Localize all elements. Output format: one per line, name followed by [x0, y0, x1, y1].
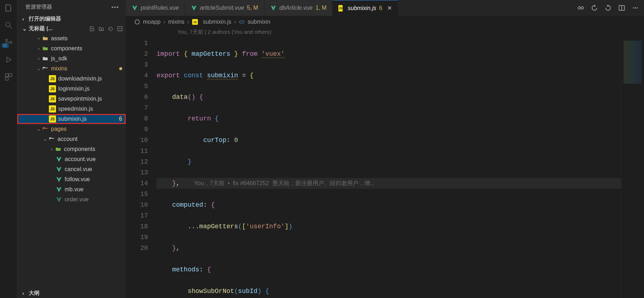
close-icon[interactable]: ✕ — [387, 5, 392, 12]
modified-dot-icon — [119, 67, 122, 70]
svg-point-11 — [581, 7, 584, 9]
circle-icon — [134, 19, 140, 25]
js-icon: JS — [338, 5, 343, 12]
folder-icon — [42, 55, 48, 62]
svg-rect-7 — [9, 74, 12, 77]
js-icon: JS — [49, 115, 56, 123]
tree-label: follow.vue — [65, 176, 122, 183]
svg-point-2 — [5, 39, 8, 41]
file-savepointmixin[interactable]: JS savepointmixin.js — [17, 94, 126, 104]
file-account-vue[interactable]: account.vue — [17, 154, 126, 164]
svg-rect-8 — [5, 77, 8, 80]
file-loginmixin[interactable]: JS loginmixin.js — [17, 84, 126, 94]
symbol-icon — [239, 19, 245, 25]
file-submixin[interactable]: JS submixin.js 6 — [17, 114, 126, 124]
vue-icon — [270, 5, 277, 11]
gitlens-inline-blame: You，7天前 • fix #64667252 墨天轮，新注册用户、回归老用户，… — [194, 180, 375, 186]
js-icon: JS — [49, 105, 56, 113]
vue-icon — [131, 5, 138, 11]
sidebar-more-icon[interactable]: ••• — [111, 4, 119, 10]
vue-icon — [56, 166, 62, 173]
folder-assets[interactable]: › assets — [17, 33, 126, 43]
collapse-icon[interactable] — [117, 26, 123, 32]
refresh-icon[interactable] — [108, 26, 113, 32]
folder-components[interactable]: › components — [17, 43, 126, 54]
file-downloadmixin[interactable]: JS downloadmixin.js — [17, 74, 126, 84]
tree-label: account.vue — [65, 156, 122, 162]
folder-js-sdk[interactable]: › js_sdk — [17, 54, 126, 64]
file-cancel-vue[interactable]: cancel.vue — [17, 164, 126, 174]
folder-open-icon — [48, 136, 55, 142]
tree-label: assets — [51, 35, 122, 42]
tab-label: articleSubmit.vue — [200, 5, 244, 11]
tab-articlesubmit[interactable]: articleSubmit.vue 5, M — [185, 0, 264, 16]
tree-label: mb.vue — [65, 186, 122, 193]
open-editors-section[interactable]: › 打开的编辑器 — [17, 14, 126, 24]
breadcrumb-item[interactable]: submixin.js — [203, 19, 231, 25]
folder-account-components[interactable]: › components — [17, 144, 126, 154]
svg-point-17 — [135, 20, 139, 24]
new-file-icon[interactable] — [89, 26, 95, 32]
svg-point-14 — [633, 8, 634, 9]
breadcrumbs[interactable]: moapp › mixins › JS submixin.js › submix… — [126, 16, 644, 28]
file-mb-vue[interactable]: mb.vue — [17, 184, 126, 194]
folder-icon — [55, 146, 61, 152]
file-order-vue[interactable]: order.vue — [17, 194, 126, 205]
tree-label: js_sdk — [51, 55, 122, 62]
debug-icon[interactable] — [4, 55, 13, 64]
activity-bar: 31 — [0, 0, 17, 298]
chevron-right-icon: › — [36, 46, 42, 51]
file-follow-vue[interactable]: follow.vue — [17, 174, 126, 184]
line-gutter: 1234567891011121314151617181920 — [126, 38, 157, 298]
tree-label: savepointmixin.js — [58, 96, 122, 102]
tab-pointrules[interactable]: pointRules.vue — [126, 0, 185, 16]
folder-account[interactable]: ⌄ account — [17, 134, 126, 144]
folder-pages[interactable]: ⌄ pages — [17, 124, 126, 134]
source-control-icon[interactable]: 31 — [4, 38, 13, 47]
folder-icon — [42, 45, 48, 52]
minimap[interactable] — [621, 38, 644, 298]
tab-label: submixin.js — [348, 5, 376, 12]
workspace-actions — [89, 26, 123, 32]
breadcrumb-item[interactable]: moapp — [143, 19, 161, 25]
sidebar-header: 资源管理器 ••• — [17, 0, 126, 14]
chevron-down-icon: ⌄ — [42, 137, 48, 142]
file-speedmixin[interactable]: JS speedmixin.js — [17, 104, 126, 114]
outline-section[interactable]: › 大纲 — [17, 288, 126, 298]
tab-bar: pointRules.vue articleSubmit.vue 5, M db… — [126, 0, 644, 16]
tab-label: pointRules.vue — [141, 5, 179, 11]
svg-rect-18 — [240, 21, 244, 23]
more-icon[interactable] — [632, 4, 639, 12]
tab-submixin[interactable]: JS submixin.js 6 ✕ — [333, 0, 398, 16]
code-editor[interactable]: 1234567891011121314151617181920 import {… — [126, 38, 644, 298]
folder-mixins[interactable]: ⌄ mixins — [17, 64, 126, 74]
chevron-right-icon: › — [36, 36, 42, 41]
files-icon[interactable] — [4, 4, 13, 12]
svg-point-10 — [578, 7, 581, 9]
tab-status: 6 — [379, 5, 382, 12]
tree-label: order.vue — [65, 196, 122, 203]
breadcrumb-item[interactable]: submixin — [247, 19, 270, 25]
problems-badge: 6 — [119, 116, 122, 122]
explorer-sidebar: 资源管理器 ••• › 打开的编辑器 ⌄ 无标题 (... › assets ›… — [17, 0, 126, 298]
search-icon[interactable] — [4, 21, 13, 29]
tree-label: account — [57, 136, 122, 142]
workspace-section[interactable]: ⌄ 无标题 (... — [17, 24, 126, 33]
tab-dbarticle[interactable]: dbArticle.vue 1, M — [264, 0, 333, 16]
vue-icon — [191, 5, 197, 11]
split-icon[interactable] — [618, 4, 625, 12]
minimap-viewport — [624, 41, 642, 84]
vue-icon — [56, 196, 62, 203]
next-icon[interactable] — [604, 4, 612, 12]
new-folder-icon[interactable] — [98, 26, 104, 32]
folder-open-icon — [42, 126, 48, 132]
chevron-right-icon: › — [22, 16, 27, 22]
extensions-icon[interactable] — [4, 73, 13, 81]
tree-label: components — [64, 146, 122, 152]
compare-icon[interactable] — [577, 4, 584, 12]
tab-status: 5, M — [247, 5, 258, 11]
editor-actions — [572, 0, 644, 16]
code-content[interactable]: import { mapGetters } from 'vuex' export… — [157, 38, 621, 298]
prev-icon[interactable] — [591, 4, 598, 12]
breadcrumb-item[interactable]: mixins — [168, 19, 184, 25]
